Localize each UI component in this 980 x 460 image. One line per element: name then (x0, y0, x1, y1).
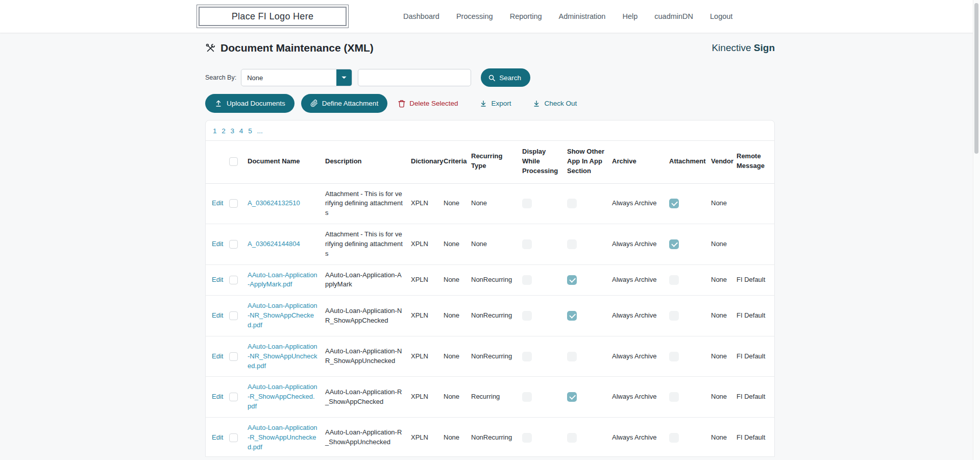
tools-icon (205, 43, 216, 54)
archive-cell: Always Archive (611, 377, 668, 418)
edit-link[interactable]: Edit (212, 199, 223, 207)
page-link-3[interactable]: 3 (231, 127, 235, 135)
nav-item-reporting[interactable]: Reporting (510, 12, 542, 20)
show-other-app-checkbox (567, 275, 577, 285)
vendor-cell: None (710, 377, 736, 418)
recurring-type-cell: None (470, 183, 521, 224)
row-select-checkbox[interactable] (229, 199, 238, 208)
search-button[interactable]: Search (481, 68, 530, 87)
attachment-checkbox (669, 352, 679, 361)
recurring-type-cell: None (470, 224, 521, 265)
display-while-processing-checkbox (522, 392, 532, 402)
page-link-more[interactable]: ... (257, 127, 262, 135)
edit-link[interactable]: Edit (212, 352, 223, 360)
attachment-checkbox (669, 239, 679, 249)
nav-item-administration[interactable]: Administration (559, 12, 606, 20)
row-select-checkbox[interactable] (229, 311, 238, 320)
description-cell: AAuto-Loan-Application-NR_ShowAppUncheck… (324, 336, 410, 377)
archive-cell: Always Archive (611, 183, 668, 224)
top-bar: Place FI Logo Here Dashboard Processing … (0, 0, 980, 33)
documents-table-card: 1 2 3 4 5 ... Document Name Description … (205, 120, 775, 457)
page-link-4[interactable]: 4 (239, 127, 243, 135)
document-name-link[interactable]: AAuto-Loan-Application-NR_ShowAppUncheck… (248, 343, 317, 370)
show-other-app-checkbox (567, 311, 577, 321)
chevron-down-icon[interactable] (336, 69, 352, 86)
nav-item-username[interactable]: cuadminDN (654, 12, 693, 20)
recurring-type-cell: NonRecurring (470, 264, 521, 296)
table-row: Edit AAuto-Loan-Application-R_ShowAppUnc… (206, 417, 775, 457)
document-name-link[interactable]: AAuto-Loan-Application-R_ShowAppChecked.… (248, 383, 317, 410)
criteria-cell: None (443, 377, 470, 418)
row-select-checkbox[interactable] (229, 352, 238, 361)
delete-selected-button[interactable]: Delete Selected (398, 100, 458, 108)
search-icon (488, 74, 496, 82)
edit-link[interactable]: Edit (212, 311, 223, 319)
col-show-other-app: Show Other App In App Section (566, 141, 611, 183)
vendor-cell: None (710, 417, 736, 457)
search-by-selected-value: None (241, 69, 336, 86)
attachment-checkbox (669, 311, 679, 321)
document-name-link[interactable]: A_030624132510 (248, 199, 300, 207)
check-out-button[interactable]: Check Out (532, 100, 577, 108)
document-name-link[interactable]: AAuto-Loan-Application-R_ShowAppUnchecke… (248, 424, 317, 451)
table-row: Edit AAuto-Loan-Application-ApplyMark.pd… (206, 264, 775, 296)
document-name-link[interactable]: AAuto-Loan-Application-NR_ShowAppChecked… (248, 302, 317, 329)
edit-link[interactable]: Edit (212, 276, 223, 283)
fi-logo-text: Place FI Logo Here (232, 11, 313, 22)
export-button[interactable]: Export (479, 100, 511, 108)
nav-item-logout[interactable]: Logout (710, 12, 732, 20)
page-link-5[interactable]: 5 (248, 127, 252, 135)
remote-message-cell (736, 183, 775, 224)
display-while-processing-checkbox (522, 311, 532, 321)
row-select-checkbox[interactable] (229, 433, 238, 442)
edit-link[interactable]: Edit (212, 393, 223, 400)
define-attachment-button[interactable]: Define Attachment (301, 94, 387, 113)
display-while-processing-checkbox (522, 199, 532, 208)
col-vendor: Vendor (710, 141, 736, 183)
table-header-row: Document Name Description Dictionary Cri… (206, 141, 775, 183)
attachment-checkbox (669, 199, 679, 208)
brand-bold: Sign (754, 42, 775, 53)
description-cell: AAuto-Loan-Application-R_ShowAppChecked (324, 377, 410, 418)
edit-link[interactable]: Edit (212, 240, 223, 248)
main-content: Document Maintenance (XML) Kinective Sig… (205, 42, 775, 457)
search-bar: Search By: None Search (205, 68, 775, 87)
description-cell: AAuto-Loan-Application-ApplyMark (324, 264, 410, 296)
vendor-cell: None (710, 183, 736, 224)
nav-item-help[interactable]: Help (622, 12, 638, 20)
dictionary-cell: XPLN (410, 296, 443, 336)
table-row: Edit AAuto-Loan-Application-NR_ShowAppCh… (206, 296, 775, 336)
edit-link[interactable]: Edit (212, 433, 223, 441)
row-select-checkbox[interactable] (229, 240, 238, 249)
remote-message-cell: FI Default (736, 296, 775, 336)
remote-message-cell: FI Default (736, 417, 775, 457)
row-select-checkbox[interactable] (229, 276, 238, 284)
search-input[interactable] (358, 69, 471, 86)
table-row: Edit A_030624144804 Attachment - This is… (206, 224, 775, 265)
row-select-checkbox[interactable] (229, 393, 238, 401)
nav-item-processing[interactable]: Processing (456, 12, 493, 20)
search-by-select[interactable]: None (241, 69, 352, 86)
toolbar: Upload Documents Define Attachment Delet… (205, 94, 775, 113)
page-link-2[interactable]: 2 (222, 127, 226, 135)
edit-column-header (206, 141, 228, 183)
archive-cell: Always Archive (611, 296, 668, 336)
page-scrollbar[interactable] (973, 0, 980, 460)
upload-documents-button[interactable]: Upload Documents (205, 94, 295, 113)
fi-logo-placeholder: Place FI Logo Here (197, 5, 349, 28)
table-row: Edit AAuto-Loan-Application-NR_ShowAppUn… (206, 336, 775, 377)
display-while-processing-checkbox (522, 239, 532, 249)
scrollbar-thumb[interactable] (974, 3, 978, 154)
criteria-cell: None (443, 336, 470, 377)
col-remote-message: Remote Message (736, 141, 775, 183)
description-cell: AAuto-Loan-Application-R_ShowAppUnchecke… (324, 417, 410, 457)
select-all-checkbox[interactable] (229, 157, 238, 166)
description-cell: Attachment - This is for verifying defin… (324, 183, 410, 224)
download-icon (479, 100, 487, 108)
page-link-1[interactable]: 1 (213, 127, 217, 135)
nav-item-dashboard[interactable]: Dashboard (403, 12, 439, 20)
download-icon (532, 100, 541, 108)
document-name-link[interactable]: A_030624144804 (248, 240, 300, 248)
top-navigation: Dashboard Processing Reporting Administr… (403, 0, 732, 33)
document-name-link[interactable]: AAuto-Loan-Application-ApplyMark.pdf (248, 271, 317, 288)
